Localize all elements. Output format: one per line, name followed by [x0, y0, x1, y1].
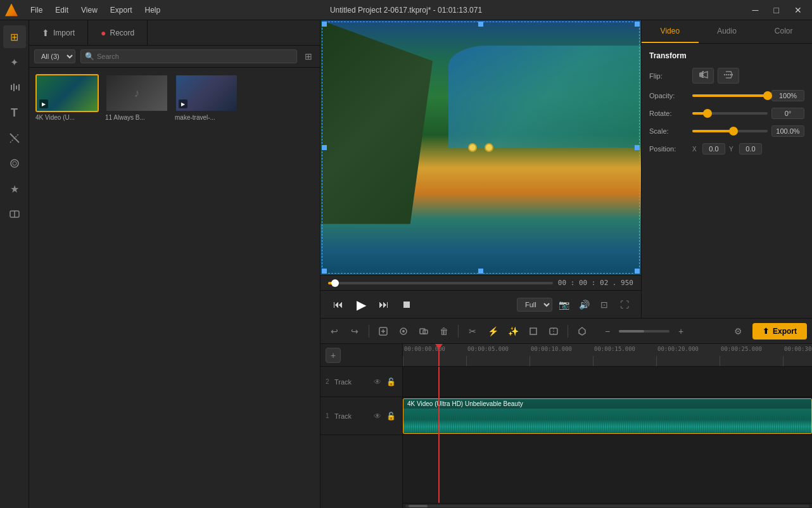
- center-right: 00 : 00 : 02 . 950 ⏮ ▶ ⏭ ⏹ Full 1/2: [320, 20, 812, 508]
- track-lock-2[interactable]: 🔓: [385, 376, 397, 388]
- app-logo-icon: [5, 4, 18, 16]
- quality-select[interactable]: Full 1/2 1/4: [517, 298, 552, 312]
- close-button[interactable]: ✕: [789, 4, 807, 16]
- menu-edit[interactable]: Edit: [53, 4, 71, 16]
- cut-button[interactable]: ✂: [464, 322, 481, 340]
- menu-export[interactable]: Export: [108, 4, 135, 16]
- position-y-value[interactable]: 0.0: [739, 143, 762, 155]
- track-header: +: [320, 344, 402, 367]
- sidebar-icon-transitions[interactable]: [3, 127, 26, 149]
- magic-button[interactable]: ✨: [504, 322, 522, 340]
- position-x-group: X 0.0: [692, 143, 725, 155]
- ruler-mark-6: 00:00:30.000: [783, 344, 812, 366]
- flip-label: Flip:: [649, 72, 687, 80]
- filter-select[interactable]: All (3) Video Audio Image: [34, 49, 75, 63]
- fullscreen-button[interactable]: ⛶: [616, 296, 633, 314]
- track-visibility-1[interactable]: 👁: [372, 410, 383, 422]
- minimize-button[interactable]: ─: [747, 4, 764, 16]
- svg-rect-19: [530, 328, 536, 334]
- svg-marker-22: [579, 327, 585, 335]
- sidebar-icon-audio[interactable]: [3, 76, 26, 99]
- menu-bar: File Edit View Export Help: [28, 4, 163, 16]
- media-thumb-2: ♪: [105, 74, 168, 112]
- lightning-button[interactable]: ⚡: [484, 322, 502, 340]
- rotate-slider[interactable]: [692, 112, 768, 115]
- opacity-handle[interactable]: [763, 91, 772, 100]
- tab-color[interactable]: Color: [755, 20, 812, 43]
- import-button[interactable]: ⬆ Import: [29, 20, 88, 45]
- media-item-1[interactable]: ▶ 4K Video (U...: [35, 74, 99, 121]
- opacity-value: 100%: [771, 90, 804, 101]
- redo-button[interactable]: ↪: [346, 322, 364, 340]
- timeline-right-controls: ⚙ ⬆ Export: [730, 322, 807, 340]
- svg-rect-17: [420, 329, 425, 334]
- marker-button[interactable]: [573, 322, 591, 340]
- zoom-in-button[interactable]: +: [672, 322, 690, 340]
- svg-rect-3: [18, 84, 20, 91]
- track-visibility-2[interactable]: 👁: [372, 376, 383, 388]
- record-timeline-button[interactable]: [395, 322, 412, 340]
- zoom-out-button[interactable]: −: [599, 322, 616, 340]
- position-controls: X 0.0 Y 0.0: [692, 143, 804, 155]
- rotate-handle[interactable]: [703, 109, 712, 118]
- video-clip-1[interactable]: 4K Video (Ultra HD) Unbelievable Beauty: [403, 398, 812, 434]
- record-button[interactable]: ● Record: [88, 20, 148, 45]
- add-media-button[interactable]: [374, 322, 392, 340]
- position-x-value[interactable]: 0.0: [702, 143, 725, 155]
- search-input[interactable]: [97, 53, 293, 60]
- undo-button[interactable]: ↩: [326, 322, 343, 340]
- add-track-button[interactable]: +: [326, 348, 341, 363]
- section-title-transform: Transform: [649, 51, 804, 60]
- maximize-button[interactable]: □: [769, 4, 784, 16]
- skip-forward-button[interactable]: ⏭: [374, 295, 394, 315]
- sidebar-icon-effects[interactable]: ✦: [3, 51, 26, 73]
- menu-help[interactable]: Help: [143, 4, 163, 16]
- snapshot-button[interactable]: 📷: [555, 296, 573, 314]
- media-item-2[interactable]: ♪ 11 Always B...: [105, 74, 168, 121]
- menu-view[interactable]: View: [79, 4, 100, 16]
- preview-tools: Full 1/2 1/4 📷 🔊 ⊡ ⛶: [517, 296, 633, 314]
- seekbar-handle[interactable]: [331, 279, 339, 287]
- track-name-2: Track: [334, 378, 370, 386]
- scrollbar-track[interactable]: [405, 505, 809, 507]
- sidebar-icon-text[interactable]: T: [3, 101, 26, 124]
- detach-audio-button[interactable]: [415, 322, 433, 340]
- position-row: Position: X 0.0 Y 0.0: [649, 143, 804, 155]
- sidebar-icon-split[interactable]: [3, 203, 26, 225]
- zoom-slider[interactable]: [619, 330, 669, 333]
- svg-rect-2: [16, 86, 17, 89]
- rotate-row: Rotate: 0°: [649, 108, 804, 119]
- tab-video[interactable]: Video: [642, 20, 699, 43]
- scale-slider[interactable]: [692, 130, 768, 132]
- media-item-3[interactable]: ▶ make-travel-...: [175, 74, 238, 121]
- delete-button[interactable]: 🗑: [435, 322, 453, 340]
- scale-handle[interactable]: [729, 127, 738, 136]
- split-audio-button[interactable]: [545, 322, 562, 340]
- sidebar-icon-media[interactable]: ⊞: [3, 25, 26, 48]
- playback-controls: ⏮ ▶ ⏭ ⏹: [328, 295, 417, 315]
- timeline-toolbar: ↩ ↪: [320, 319, 812, 344]
- tab-audio[interactable]: Audio: [699, 20, 756, 43]
- sidebar-icon-stickers[interactable]: ★: [3, 177, 26, 200]
- seekbar-track[interactable]: [328, 282, 553, 284]
- menu-file[interactable]: File: [28, 4, 45, 16]
- scrollbar-thumb[interactable]: [409, 505, 428, 507]
- track-lock-1[interactable]: 🔓: [385, 410, 397, 422]
- stop-button[interactable]: ⏹: [396, 295, 417, 315]
- crop-timeline-button[interactable]: [524, 322, 542, 340]
- grid-view-button[interactable]: ⊞: [302, 50, 315, 63]
- record-label: Record: [110, 29, 134, 37]
- track-name-1: Track: [334, 412, 370, 420]
- skip-back-button[interactable]: ⏮: [328, 295, 348, 315]
- timeline-settings-button[interactable]: ⚙: [730, 322, 747, 340]
- flip-horizontal-button[interactable]: [692, 68, 714, 84]
- flip-vertical-button[interactable]: [718, 68, 739, 84]
- media-header: ⬆ Import ● Record: [29, 20, 320, 46]
- rotate-controls: 0°: [692, 108, 804, 119]
- export-button[interactable]: ⬆ Export: [752, 323, 807, 340]
- opacity-slider[interactable]: [692, 94, 768, 97]
- volume-button[interactable]: 🔊: [575, 296, 593, 314]
- sidebar-icon-filters[interactable]: [3, 152, 26, 175]
- crop-button[interactable]: ⊡: [595, 296, 613, 314]
- play-pause-button[interactable]: ▶: [351, 295, 371, 315]
